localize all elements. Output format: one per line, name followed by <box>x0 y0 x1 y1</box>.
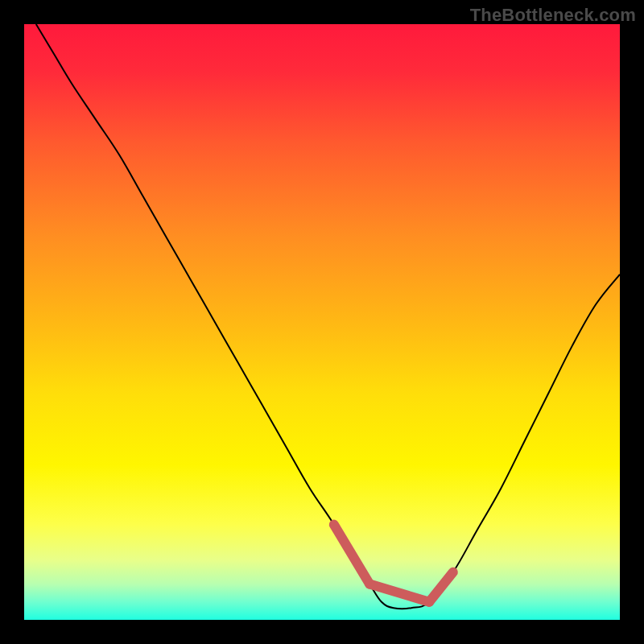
chart-frame: TheBottleneck.com <box>0 0 644 644</box>
plot-background <box>24 24 620 620</box>
bottleneck-chart <box>24 24 620 620</box>
watermark-text: TheBottleneck.com <box>470 5 636 26</box>
